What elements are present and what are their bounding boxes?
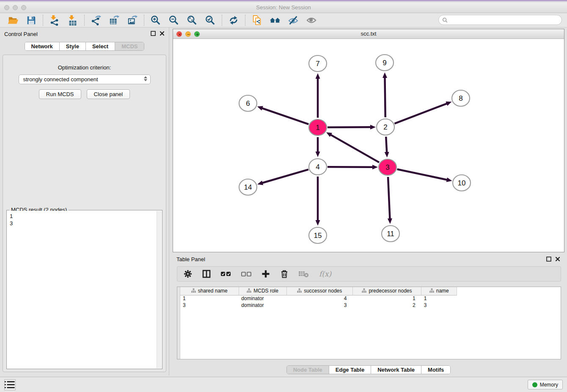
graph-node-2[interactable]: 2 [377,119,394,135]
show-graphics-details-icon[interactable] [306,15,317,26]
first-neighbors-icon[interactable] [270,15,281,26]
table-row[interactable]: 1dominator411 [180,295,561,302]
table-cell[interactable]: 3 [180,302,239,309]
table-cell[interactable]: 3 [286,302,352,309]
column-header-mcds-role[interactable]: MCDS role [239,287,286,295]
main-titlebar: Session: New Session [0,3,567,13]
graph-edge-arrowhead [372,165,378,169]
table-cell[interactable]: 1 [352,295,421,302]
close-panel-icon[interactable] [160,31,165,36]
run-mcds-button[interactable]: Run MCDS [39,89,81,99]
network-window-titlebar: scc.txt [173,29,564,39]
tab-select[interactable]: Select [85,42,115,50]
graph-edge-4-14[interactable] [261,169,308,183]
close-table-panel-icon[interactable] [555,257,560,262]
graph-edge-1-6[interactable] [261,108,308,124]
graph-edge-4-3[interactable] [328,167,374,167]
column-header-predecessor-nodes[interactable]: predecessor nodes [352,287,421,295]
float-panel-icon[interactable] [151,31,156,36]
table-cell[interactable]: 4 [286,295,352,302]
network-window-title: scc.txt [173,29,564,39]
zoom-out-icon[interactable] [168,15,179,26]
graph-edge-2-3[interactable] [386,137,387,153]
delete-columns-icon[interactable] [280,269,289,279]
tab-node-table[interactable]: Node Table [287,366,329,374]
column-hierarchy-icon [191,288,196,293]
import-network-icon[interactable] [49,15,60,26]
graph-edge-3-1[interactable] [330,134,379,162]
column-hierarchy-icon [297,288,302,293]
open-session-icon[interactable] [8,15,19,26]
table-cell[interactable]: dominator [239,302,286,309]
graph-node-label: 8 [459,94,462,102]
save-session-icon[interactable] [26,15,37,26]
graph-edge-2-9[interactable] [385,77,385,117]
search-field[interactable] [438,15,562,25]
export-network-icon[interactable] [91,15,102,26]
graph-node-10[interactable]: 10 [453,175,471,191]
graph-node-11[interactable]: 11 [382,226,399,242]
tab-motifs[interactable]: Motifs [421,366,450,374]
minimize-window-button[interactable] [13,5,18,10]
column-header-successor-nodes[interactable]: successor nodes [286,287,352,295]
graph-edge-3-11[interactable] [388,177,390,220]
hide-graphics-details-icon[interactable] [288,15,299,26]
float-table-panel-icon[interactable] [546,257,551,262]
zoom-selected-icon[interactable] [205,15,216,26]
export-image-icon[interactable] [127,15,138,26]
close-panel-button[interactable]: Close panel [87,89,130,99]
tab-edge-table[interactable]: Edge Table [329,366,371,374]
graph-node-9[interactable]: 9 [376,55,394,71]
table-row[interactable]: 3dominator323 [180,302,561,309]
task-history-button[interactable] [4,379,16,390]
graph-node-3[interactable]: 3 [379,159,396,175]
maximize-window-button[interactable] [21,5,26,10]
column-header-shared-name[interactable]: shared name [180,287,239,295]
graph-node-15[interactable]: 15 [309,227,327,243]
graph-node-8[interactable]: 8 [452,90,470,106]
graph-node-4[interactable]: 4 [309,159,327,175]
node-table[interactable]: shared nameMCDS rolesuccessor nodesprede… [177,287,561,359]
graph-edge-1-2[interactable] [328,127,372,127]
clone-network-icon[interactable] [251,15,262,26]
settings-gear-icon[interactable] [183,269,193,279]
graph-edge-3-10[interactable] [397,169,448,180]
search-input[interactable] [449,17,558,23]
network-canvas[interactable]: 1234678910111415 [173,39,564,252]
graph-node-7[interactable]: 7 [309,55,327,72]
import-table-icon[interactable] [67,15,78,26]
result-scrollbar[interactable] [157,211,162,368]
table-cell[interactable]: 2 [352,302,421,309]
network-close-button[interactable] [176,31,182,37]
split-panel-icon[interactable] [202,269,211,279]
zoom-in-icon[interactable] [150,15,161,26]
graph-edge-2-8[interactable] [394,103,448,124]
graph-node-6[interactable]: 6 [239,95,257,111]
graph-node-1[interactable]: 1 [309,119,327,135]
table-cell[interactable]: 1 [180,295,239,302]
tab-style[interactable]: Style [59,42,85,50]
table-cell[interactable]: 3 [421,302,457,309]
zoom-fit-icon[interactable] [187,15,198,26]
tab-network-table[interactable]: Network Table [371,366,421,374]
refresh-view-icon[interactable] [228,15,239,26]
network-maximize-button[interactable] [194,31,200,37]
optimization-criterion-select[interactable]: strongly connected component [19,75,151,84]
graph-node-14[interactable]: 14 [239,179,257,195]
optimization-criterion-label: Optimization criterion: [3,64,166,71]
column-header-name[interactable]: name [421,287,457,295]
svg-text:f(x): f(x) [319,270,332,278]
toolbar-group [222,15,245,26]
select-all-checkboxes-icon[interactable] [220,269,231,279]
memory-button[interactable]: Memory [528,380,563,389]
table-cell[interactable]: 1 [421,295,457,302]
create-column-icon[interactable] [261,269,270,279]
tab-mcds[interactable]: MCDS [115,42,144,50]
clear-checkboxes-icon[interactable] [241,269,252,279]
table-cell[interactable]: dominator [239,295,286,302]
close-window-button[interactable] [4,5,9,10]
network-minimize-button[interactable] [185,31,191,37]
tab-network[interactable]: Network [25,42,59,50]
graph-edge-arrowhead [385,152,389,157]
export-table-icon[interactable] [109,15,120,26]
